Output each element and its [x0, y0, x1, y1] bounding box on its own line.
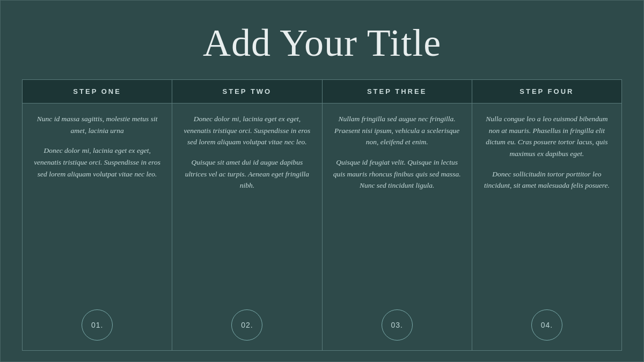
step-number-circle-2: 02. — [231, 309, 262, 341]
step-paragraph-3-2: Quisque id feugiat velit. Quisque in lec… — [333, 157, 461, 191]
step-content-4: Nulla congue leo a leo euismod bibendum … — [472, 104, 621, 304]
step-paragraph-4-1: Nulla congue leo a leo euismod bibendum … — [483, 113, 611, 159]
step-content-2: Donec dolor mi, lacinia eget ex eget, ve… — [172, 104, 321, 304]
main-title: Add Your Title — [22, 22, 622, 64]
step-column-3: STEP THREENullam fringilla sed augue nec… — [323, 79, 472, 351]
step-paragraph-3-1: Nullam fringilla sed augue nec fringilla… — [333, 113, 461, 148]
step-header-1: STEP ONE — [23, 80, 172, 103]
step-column-1: STEP ONENunc id massa sagittis, molestie… — [22, 79, 172, 351]
step-header-2: STEP TWO — [172, 80, 321, 103]
slide: Add Your Title STEP ONENunc id massa sag… — [0, 0, 644, 362]
title-area: Add Your Title — [22, 17, 622, 64]
step-number-circle-1: 01. — [82, 309, 113, 341]
step-header-4: STEP FOUR — [472, 80, 621, 103]
step-paragraph-4-2: Donec sollicitudin tortor porttitor leo … — [483, 168, 611, 191]
step-content-3: Nullam fringilla sed augue nec fringilla… — [323, 104, 472, 304]
step-number-area-2: 02. — [172, 304, 321, 350]
step-paragraph-2-1: Donec dolor mi, lacinia eget ex eget, ve… — [183, 113, 311, 148]
step-column-4: STEP FOURNulla congue leo a leo euismod … — [472, 79, 622, 351]
step-number-area-3: 03. — [323, 304, 472, 350]
step-header-3: STEP THREE — [323, 80, 472, 103]
step-content-1: Nunc id massa sagittis, molestie metus s… — [23, 104, 172, 304]
step-number-area-4: 04. — [472, 304, 621, 350]
step-paragraph-2-2: Quisque sit amet dui id augue dapibus ul… — [183, 157, 311, 191]
step-number-circle-4: 04. — [531, 309, 562, 341]
steps-container: STEP ONENunc id massa sagittis, molestie… — [22, 79, 622, 351]
step-paragraph-1-2: Donec dolor mi, lacinia eget ex eget, ve… — [33, 145, 161, 180]
step-number-circle-3: 03. — [382, 309, 413, 341]
step-paragraph-1-1: Nunc id massa sagittis, molestie metus s… — [33, 113, 161, 136]
step-number-area-1: 01. — [23, 304, 172, 350]
step-column-2: STEP TWODonec dolor mi, lacinia eget ex … — [172, 79, 322, 351]
